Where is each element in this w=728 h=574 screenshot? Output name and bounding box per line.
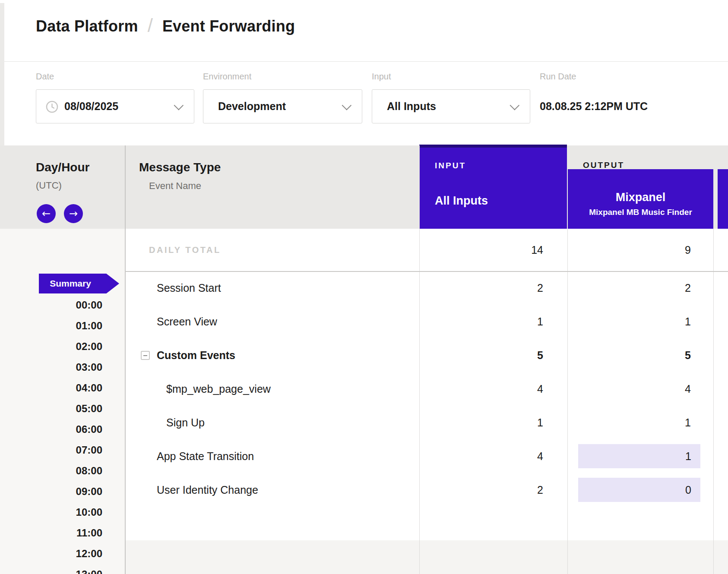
hour-rail-item[interactable]: 04:00 (0, 378, 102, 398)
breadcrumb-separator: / (148, 15, 153, 36)
output-count: 5 (567, 338, 691, 372)
input-filter-label: Input (372, 72, 391, 82)
table-footer-area (125, 540, 728, 574)
event-name-label: Screen View (157, 305, 217, 338)
chevron-down-icon (510, 100, 520, 110)
hour-rail-item[interactable]: 09:00 (0, 481, 102, 502)
run-date-value: 08.08.25 2:12PM UTC (540, 89, 648, 123)
hour-rail-item[interactable]: 13:00 (0, 564, 102, 574)
event-forwarding-page: Data Platform / Event Forwarding Date En… (0, 0, 728, 574)
output-count: 1 (567, 305, 691, 338)
hour-rail-item[interactable]: 07:00 (0, 440, 102, 460)
input-select[interactable]: All Inputs (372, 89, 530, 123)
table-row[interactable]: App State Transition 4 1 (125, 439, 728, 473)
table-row[interactable]: User Identity Change 2 0 (125, 473, 728, 507)
input-column-title: All Inputs (435, 194, 488, 208)
output-column-title: Mixpanel (568, 191, 713, 204)
hour-rail-item[interactable]: 02:00 (0, 336, 102, 357)
input-value: All Inputs (387, 100, 436, 113)
output-column-header-partial[interactable] (718, 169, 728, 229)
hour-rail-item[interactable]: 03:00 (0, 357, 102, 378)
hour-rail-item[interactable]: 08:00 (0, 460, 102, 481)
output-count: 1 (578, 444, 700, 468)
environment-value: Development (218, 100, 286, 113)
output-group-label: OUTPUT (583, 161, 624, 170)
daily-total-row: DAILY TOTAL 14 9 (125, 229, 728, 271)
environment-select[interactable]: Development (203, 89, 362, 123)
table-row[interactable]: Custom Events 5 5 (125, 338, 728, 372)
event-name-label: $mp_web_page_view (166, 372, 271, 406)
environment-filter-label: Environment (203, 72, 251, 82)
table-row[interactable]: Session Start 2 2 (125, 271, 728, 305)
summary-row-badge[interactable]: Summary (39, 274, 119, 293)
chevron-down-icon (342, 100, 352, 110)
input-count: 2 (419, 271, 543, 305)
hour-rail-item[interactable]: 06:00 (0, 419, 102, 440)
output-column-header-mixpanel[interactable]: Mixpanel Mixpanel MB Music Finder (568, 169, 713, 229)
hour-rail: 00:0001:0002:0003:0004:0005:0006:0007:00… (0, 295, 102, 574)
next-day-button[interactable]: → (64, 204, 83, 223)
input-count: 5 (419, 338, 543, 372)
event-name-label: Session Start (157, 271, 221, 305)
output-column-subtitle: Mixpanel MB Music Finder (568, 208, 713, 217)
message-type-column-subtitle: Event Name (149, 180, 201, 192)
input-count: 2 (419, 473, 543, 507)
event-name-label: App State Transition (157, 439, 254, 473)
date-value: 08/08/2025 (64, 100, 118, 113)
header-divider (4, 61, 728, 62)
event-name-label: Sign Up (166, 406, 205, 439)
hour-rail-item[interactable]: 10:00 (0, 502, 102, 523)
hour-rail-item[interactable]: 11:00 (0, 523, 102, 543)
input-count: 1 (419, 305, 543, 338)
daily-total-label: DAILY TOTAL (149, 229, 221, 271)
event-name-label: Custom Events (157, 338, 235, 372)
output-count: 2 (567, 271, 691, 305)
table-row[interactable]: Sign Up 1 1 (125, 406, 728, 439)
day-hour-column-subtitle: (UTC) (36, 180, 62, 191)
chevron-down-icon (174, 100, 184, 110)
run-date-label: Run Date (540, 72, 576, 82)
date-filter-label: Date (36, 72, 54, 82)
input-column-accent-strip (419, 145, 567, 148)
input-count: 4 (419, 439, 543, 473)
hour-rail-item[interactable]: 00:00 (0, 295, 102, 315)
input-count: 4 (419, 372, 543, 406)
hour-rail-item[interactable]: 12:00 (0, 543, 102, 564)
event-name-label: User Identity Change (157, 473, 258, 507)
table-row[interactable]: Screen View 1 1 (125, 305, 728, 338)
input-group-label: INPUT (435, 161, 466, 170)
input-count: 1 (419, 406, 543, 439)
output-count: 1 (567, 406, 691, 439)
date-select[interactable]: 08/08/2025 (36, 89, 194, 123)
hour-rail-item[interactable]: 05:00 (0, 398, 102, 419)
clock-icon (46, 101, 58, 113)
input-column-header[interactable]: INPUT All Inputs (419, 145, 567, 229)
page-title: Event Forwarding (162, 17, 295, 35)
daily-total-output-value: 9 (567, 229, 691, 271)
breadcrumb: Data Platform / Event Forwarding (36, 16, 295, 37)
table-row[interactable]: $mp_web_page_view 4 4 (125, 372, 728, 406)
breadcrumb-section[interactable]: Data Platform (36, 17, 138, 35)
day-hour-column-title: Day/Hour (36, 161, 89, 174)
output-count: 0 (578, 478, 700, 502)
hour-rail-item[interactable]: 01:00 (0, 315, 102, 336)
previous-day-button[interactable]: ← (37, 204, 56, 223)
collapse-minus-icon[interactable] (141, 351, 150, 360)
daily-total-input-value: 14 (419, 229, 543, 271)
minus-glyph (143, 355, 147, 356)
message-type-column-title: Message Type (139, 161, 221, 174)
output-count: 4 (567, 372, 691, 406)
